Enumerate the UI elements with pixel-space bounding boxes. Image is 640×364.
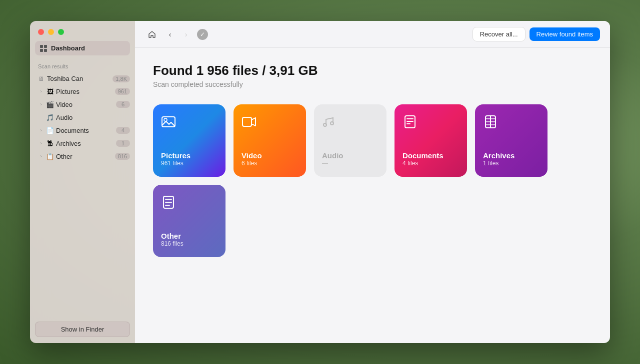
pictures-card[interactable]: Pictures 961 files (153, 104, 226, 177)
drive-icon: 🖥 (38, 75, 44, 82)
svg-rect-2 (242, 117, 252, 126)
video-card-label: Video (242, 151, 298, 160)
svg-point-3 (324, 123, 326, 126)
forward-button[interactable]: › (179, 27, 193, 41)
chevron-icon: › (38, 127, 44, 133)
video-count: 6 (116, 101, 130, 108)
archives-icon: 🗜 (46, 139, 54, 147)
pictures-card-info: Pictures 961 files (161, 151, 218, 167)
audio-card-count: — (322, 160, 378, 167)
sidebar-item-other[interactable]: › 📋 Other 816 (30, 150, 135, 163)
dashboard-icon (40, 45, 47, 52)
sidebar-item-archives[interactable]: › 🗜 Archives 1 (30, 137, 135, 150)
pictures-label: Pictures (56, 88, 113, 95)
archives-card-count: 1 files (483, 160, 540, 167)
pictures-card-label: Pictures (161, 151, 218, 160)
other-card-icon (161, 195, 218, 213)
found-files-title: Found 1 956 files / 3,91 GB (153, 63, 592, 78)
video-icon: 🎬 (46, 100, 54, 108)
documents-card-info: Documents 4 files (402, 151, 459, 167)
other-card-label: Other (161, 232, 218, 240)
chevron-icon: › (38, 153, 44, 159)
dashboard-label: Dashboard (51, 44, 85, 52)
svg-point-4 (330, 122, 334, 125)
main-content: ‹ › ✓ Recover all... Review found items … (135, 21, 610, 343)
other-card-count: 816 files (161, 240, 218, 247)
audio-card-icon (322, 114, 378, 133)
audio-card-label: Audio (322, 151, 378, 160)
minimize-button[interactable] (48, 29, 54, 35)
scan-results-section-label: Scan results (30, 61, 135, 72)
video-card[interactable]: Video 6 files (234, 104, 306, 177)
sidebar-item-documents[interactable]: › 📄 Documents 4 (30, 124, 135, 137)
documents-icon: 📄 (46, 126, 54, 134)
audio-label: Audio (56, 114, 130, 121)
back-button[interactable]: ‹ (163, 27, 177, 41)
status-check-icon: ✓ (197, 29, 208, 40)
dashboard-nav-item[interactable]: Dashboard (35, 41, 130, 55)
show-in-finder-button[interactable]: Show in Finder (35, 322, 130, 337)
audio-card[interactable]: Audio — (314, 104, 386, 177)
scan-status-subtitle: Scan completed successfully (153, 80, 592, 88)
documents-card-label: Documents (402, 151, 459, 160)
nav-buttons: ‹ › (163, 27, 193, 41)
content-area: Found 1 956 files / 3,91 GB Scan complet… (135, 48, 610, 343)
sidebar-item-video[interactable]: › 🎬 Video 6 (30, 98, 135, 111)
documents-label: Documents (56, 127, 114, 134)
video-card-info: Video 6 files (242, 151, 298, 167)
close-button[interactable] (38, 29, 44, 35)
documents-count: 4 (116, 127, 130, 134)
drive-label: Toshiba Can (47, 75, 110, 82)
sidebar-item-pictures[interactable]: › 🖼 Pictures 961 (30, 85, 135, 98)
video-card-count: 6 files (242, 160, 298, 167)
archives-card-info: Archives 1 files (483, 151, 540, 167)
audio-icon: 🎵 (46, 113, 54, 121)
sidebar-bottom: Show in Finder (30, 316, 135, 343)
chevron-icon: › (38, 101, 44, 107)
other-count: 816 (115, 153, 130, 160)
pictures-card-count: 961 files (161, 160, 218, 167)
window-controls (30, 21, 135, 41)
toolbar: ‹ › ✓ Recover all... Review found items (135, 21, 610, 48)
archives-card-label: Archives (483, 151, 540, 160)
review-found-items-button[interactable]: Review found items (530, 27, 600, 41)
chevron-icon: › (38, 140, 44, 146)
categories-grid: Pictures 961 files Video 6 files (153, 104, 592, 257)
svg-point-1 (164, 118, 167, 121)
documents-card-count: 4 files (402, 160, 459, 167)
home-button[interactable] (145, 27, 159, 41)
documents-card-icon (402, 114, 459, 133)
pictures-card-icon (161, 114, 218, 133)
chevron-icon: › (38, 88, 44, 94)
app-window: Dashboard Scan results 🖥 Toshiba Can 1,8… (30, 21, 610, 343)
drive-count: 1,8K (112, 75, 130, 82)
archives-card-icon (483, 114, 540, 133)
maximize-button[interactable] (58, 29, 64, 35)
other-card-info: Other 816 files (161, 232, 218, 247)
archives-card[interactable]: Archives 1 files (475, 104, 548, 177)
pictures-icon: 🖼 (46, 87, 54, 95)
archives-count: 1 (116, 140, 130, 147)
sidebar-item-drive[interactable]: 🖥 Toshiba Can 1,8K (30, 72, 135, 85)
audio-card-info: Audio — (322, 151, 378, 167)
sidebar-item-audio[interactable]: › 🎵 Audio (30, 111, 135, 124)
documents-card[interactable]: Documents 4 files (394, 104, 467, 177)
pictures-count: 961 (115, 88, 130, 95)
other-card[interactable]: Other 816 files (153, 185, 226, 257)
video-card-icon (242, 114, 298, 133)
archives-label: Archives (56, 140, 114, 147)
video-label: Video (56, 101, 114, 108)
other-label: Other (56, 153, 113, 160)
home-icon (148, 30, 156, 38)
svg-rect-0 (162, 117, 175, 127)
sidebar: Dashboard Scan results 🖥 Toshiba Can 1,8… (30, 21, 135, 343)
recover-all-button[interactable]: Recover all... (472, 27, 526, 41)
other-icon: 📋 (46, 152, 54, 160)
